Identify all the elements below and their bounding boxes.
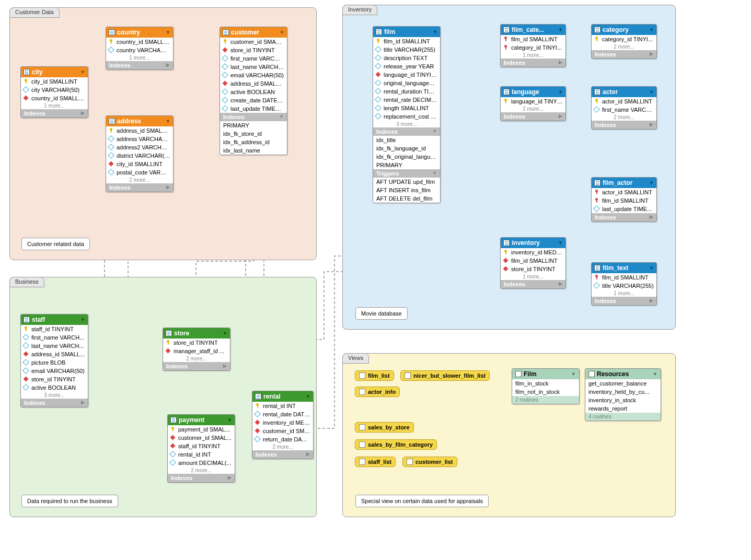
column-row[interactable]: address_id SMALLINT [220, 79, 287, 88]
column-row[interactable]: city_id SMALLINT [21, 77, 88, 86]
table-payment[interactable]: payment▼payment_id SMAL...customer_id SM… [167, 414, 235, 483]
column-row[interactable]: address_id SMALLINT [106, 126, 173, 135]
more-indicator[interactable]: 1 more... [501, 273, 565, 280]
indexes-section[interactable]: Indexes▼ [373, 127, 440, 136]
column-row[interactable]: title VARCHAR(255) [373, 45, 440, 54]
column-row[interactable]: city VARCHAR(50) [21, 86, 88, 94]
trigger-row[interactable]: AFT DELETE del_film [373, 194, 440, 203]
indexes-section[interactable]: Indexes▶ [21, 399, 88, 407]
table-staff[interactable]: staff▼staff_id TINYINTfirst_name VARCH..… [20, 314, 88, 407]
column-row[interactable]: last_update TIME... [592, 205, 656, 213]
table-film-category[interactable]: film_cate...▼film_id SMALLINTcategory_id… [500, 24, 566, 67]
column-row[interactable]: email VARCHAR(50) [220, 71, 287, 79]
indexes-section[interactable]: Indexes▶ [592, 121, 656, 129]
column-row[interactable]: country VARCHAR(50) [106, 46, 173, 54]
column-row[interactable]: address2 VARCHAR(... [106, 143, 173, 151]
table-header[interactable]: store▼ [163, 328, 230, 339]
more-indicator[interactable]: 1 more... [21, 102, 88, 109]
more-indicator[interactable]: 1 more... [106, 54, 173, 61]
table-header[interactable]: film_cate...▼ [501, 25, 565, 35]
column-row[interactable]: manager_staff_id ... [163, 347, 230, 355]
table-header[interactable]: payment▼ [168, 415, 235, 425]
indexes-section[interactable]: Indexes▶ [106, 183, 173, 192]
index-row[interactable]: idx_fk_language_id [373, 144, 440, 153]
view-staff-list[interactable]: staff_list [355, 457, 396, 467]
column-row[interactable]: city_id SMALLINT [106, 160, 173, 168]
column-row[interactable]: rental_rate DECIMA... [373, 96, 440, 104]
indexes-section[interactable]: Indexes▶ [592, 297, 656, 305]
more-indicator[interactable]: 1 more... [501, 52, 565, 59]
index-row[interactable]: idx_title [373, 136, 440, 144]
table-header[interactable]: language▼ [501, 87, 565, 97]
index-row[interactable]: idx_fk_store_id [220, 130, 287, 138]
table-header[interactable]: address▼ [106, 116, 173, 126]
column-row[interactable]: store_id TINYINT [501, 265, 565, 273]
column-row[interactable]: last_name VARCH... [21, 342, 88, 350]
more-indicator[interactable]: 3 more... [373, 121, 440, 127]
index-row[interactable]: idx_fk_original_langua... [373, 153, 440, 161]
table-city[interactable]: city▼city_id SMALLINTcity VARCHAR(50)cou… [20, 66, 88, 118]
triggers-section[interactable]: Triggers▼ [373, 169, 440, 178]
more-indicator[interactable]: 2 more... [592, 114, 656, 121]
column-row[interactable]: title VARCHAR(255) [592, 282, 656, 290]
column-row[interactable]: country_id SMALLINT [106, 38, 173, 46]
more-indicator[interactable]: 2 more... [163, 355, 230, 362]
more-indicator[interactable]: 2 more... [501, 106, 565, 112]
table-header[interactable]: country▼ [106, 27, 173, 38]
table-store[interactable]: store▼store_id TINYINTmanager_staff_id .… [163, 328, 230, 371]
column-row[interactable]: inventory_id MEDI... [501, 248, 565, 256]
view-actor-info[interactable]: actor_info [355, 387, 400, 397]
column-row[interactable]: replacement_cost D... [373, 112, 440, 121]
column-row[interactable]: first_name VARCHA... [220, 54, 287, 63]
column-row[interactable]: address_id SMALL... [21, 350, 88, 358]
index-row[interactable]: idx_fk_address_id [220, 138, 287, 146]
indexes-section[interactable]: Indexes▶ [592, 213, 656, 221]
column-row[interactable]: create_date DATETI... [220, 96, 287, 104]
column-row[interactable]: picture BLOB [21, 358, 88, 367]
column-row[interactable]: original_language_id... [373, 79, 440, 87]
table-film-actor[interactable]: film_actor▼actor_id SMALLINTfilm_id SMAL… [591, 177, 657, 222]
trigger-row[interactable]: AFT INSERT ins_film [373, 186, 440, 194]
index-row[interactable]: idx_last_name [220, 146, 287, 155]
column-row[interactable]: return_date DATE... [252, 435, 313, 444]
table-rental[interactable]: rental▼rental_id INTrental_date DATE...i… [252, 391, 314, 459]
column-row[interactable]: film_id SMALLINT [501, 256, 565, 265]
view-customer-list[interactable]: customer_list [402, 457, 457, 467]
column-row[interactable]: length SMALLINT [373, 104, 440, 112]
column-row[interactable]: store_id TINYINT [220, 46, 287, 54]
column-row[interactable]: language_id TINYI... [501, 97, 565, 106]
view-nicer-but-slower-film-list[interactable]: nicer_but_slower_film_list [400, 370, 490, 381]
column-row[interactable]: customer_id SMAL... [168, 434, 235, 442]
column-row[interactable]: store_id TINYINT [21, 375, 88, 383]
indexes-section[interactable]: Indexes▶ [501, 59, 565, 67]
table-category[interactable]: category▼category_id TINYI...2 more...In… [591, 24, 657, 59]
indexes-section[interactable]: Indexes▶ [592, 50, 656, 59]
column-row[interactable]: customer_id SMAL... [252, 427, 313, 435]
table-film-text[interactable]: film_text▼film_id SMALLINTtitle VARCHAR(… [591, 262, 657, 306]
column-row[interactable]: rental_id INT [168, 450, 235, 459]
column-row[interactable]: first_name VARCH... [21, 333, 88, 342]
more-indicator[interactable]: 3 more... [21, 392, 88, 399]
column-row[interactable]: active BOOLEAN [220, 88, 287, 96]
column-row[interactable]: rental_duration TIN... [373, 87, 440, 96]
column-row[interactable]: category_id TINYI... [592, 35, 656, 43]
table-header[interactable]: rental▼ [252, 391, 313, 402]
column-row[interactable]: actor_id SMALLINT [592, 97, 656, 106]
table-header[interactable]: actor▼ [592, 87, 656, 97]
column-row[interactable]: actor_id SMALLINT [592, 188, 656, 196]
table-actor[interactable]: actor▼actor_id SMALLINTfirst_name VARCH.… [591, 86, 657, 130]
indexes-section[interactable]: Indexes▶ [501, 112, 565, 121]
column-row[interactable]: film_id SMALLINT [592, 196, 656, 205]
more-indicator[interactable]: 2 more... [168, 467, 235, 474]
table-inventory[interactable]: inventory▼inventory_id MEDI...film_id SM… [500, 237, 566, 289]
table-header[interactable]: film▼ [373, 27, 440, 37]
column-row[interactable]: last_name VARCHAR... [220, 63, 287, 71]
column-row[interactable]: amount DECIMAL(... [168, 459, 235, 467]
column-row[interactable]: rental_id INT [252, 402, 313, 410]
more-indicator[interactable]: 2 more... [592, 43, 656, 50]
indexes-section[interactable]: Indexes▶ [168, 474, 235, 482]
column-row[interactable]: film_id SMALLINT [592, 273, 656, 282]
column-row[interactable]: customer_id SMALLI... [220, 38, 287, 46]
index-row[interactable]: PRIMARY [220, 121, 287, 130]
column-row[interactable]: staff_id TINYINT [21, 325, 88, 333]
